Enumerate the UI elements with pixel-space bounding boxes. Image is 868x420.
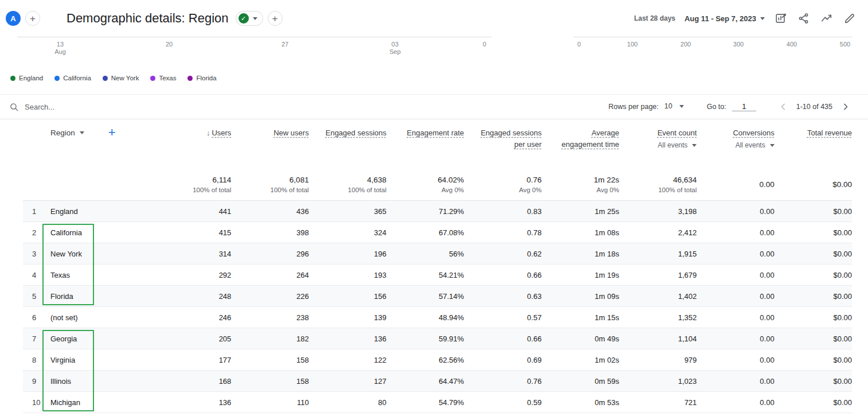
metric-cell: 0.00 bbox=[697, 271, 774, 279]
metric-cell: 110 bbox=[231, 398, 308, 407]
column-subheader-text: All events bbox=[736, 141, 765, 149]
avatar[interactable]: A bbox=[6, 11, 21, 26]
add-dimension-button[interactable]: + bbox=[108, 127, 116, 138]
add-button[interactable]: + bbox=[25, 11, 40, 26]
date-range-label: Last 28 days bbox=[634, 14, 675, 22]
metric-cell: 139 bbox=[309, 313, 386, 322]
data-table: Region + ↓UsersNew usersEngaged sessions… bbox=[23, 119, 852, 413]
metric-cell: 57.14% bbox=[386, 292, 464, 301]
previous-page-button[interactable] bbox=[776, 99, 791, 114]
metric-cell: 365 bbox=[309, 207, 386, 216]
region-cell: Michigan bbox=[50, 398, 154, 407]
column-header-new-users[interactable]: New users bbox=[231, 127, 308, 139]
axis-tick-sublabel: Sep bbox=[389, 48, 401, 56]
metric-cell: 62.56% bbox=[386, 356, 464, 364]
column-header-label: Total revenue bbox=[785, 127, 852, 139]
bar-chart-axis bbox=[573, 37, 853, 37]
legend-color-dot bbox=[10, 76, 15, 81]
axis-tick: 20 bbox=[166, 41, 173, 48]
column-header-total-revenue[interactable]: Total revenue bbox=[775, 127, 852, 139]
column-header-region[interactable]: Region + bbox=[50, 127, 154, 138]
check-icon: ✓ bbox=[238, 13, 249, 24]
column-header-text: Engaged sessions per user bbox=[480, 129, 541, 149]
column-subheader-dropdown[interactable]: All events bbox=[736, 141, 775, 149]
edit-icon[interactable] bbox=[843, 11, 857, 25]
legend-label: Florida bbox=[196, 75, 216, 81]
metric-cell: 0.66 bbox=[464, 271, 541, 279]
table-row: 8Virginia17715812262.56%0.691m 02s9790.0… bbox=[23, 349, 852, 371]
totals-value: $0.00 bbox=[775, 180, 852, 189]
totals-cell: 46,634100% of total bbox=[619, 176, 697, 193]
column-header-average-engagement-time[interactable]: Average engagement time bbox=[542, 127, 619, 150]
axis-tick-label: 200 bbox=[681, 41, 691, 48]
next-page-button[interactable] bbox=[838, 99, 853, 114]
region-cell: Texas bbox=[50, 271, 154, 279]
column-subheader-dropdown[interactable]: All events bbox=[658, 141, 697, 149]
line-chart-axis bbox=[17, 37, 491, 37]
pagination-status: 1-10 of 435 bbox=[796, 103, 832, 111]
metric-cell: 158 bbox=[231, 377, 308, 386]
legend-label: New York bbox=[111, 75, 139, 81]
metric-cell: 0.00 bbox=[697, 292, 774, 301]
metric-cell: 67.08% bbox=[386, 228, 464, 237]
axis-tick-label: 300 bbox=[733, 41, 744, 48]
axis-tick-label: 0 bbox=[577, 41, 581, 48]
rows-per-page-value: 10 bbox=[664, 102, 672, 110]
column-header-label: ↓Users bbox=[164, 127, 231, 139]
metric-cell: 1m 19s bbox=[542, 271, 619, 279]
goto-page-input[interactable] bbox=[732, 102, 756, 111]
axis-tick-label: 0 bbox=[483, 41, 486, 48]
totals-subtext: 100% of total bbox=[154, 186, 231, 193]
date-range-picker[interactable]: Aug 11 - Sep 7, 2023 bbox=[685, 14, 765, 23]
metric-cell: 0.57 bbox=[464, 313, 541, 322]
sort-desc-icon: ↓ bbox=[206, 127, 210, 139]
totals-cell: 4,638100% of total bbox=[309, 176, 386, 193]
legend-item: England bbox=[10, 75, 43, 81]
metric-cell: $0.00 bbox=[775, 207, 852, 216]
axis-tick: 13Aug bbox=[54, 41, 66, 56]
axis-tick: 03Sep bbox=[389, 41, 401, 56]
region-cell: Georgia bbox=[50, 335, 154, 343]
metric-cell: 248 bbox=[154, 292, 231, 301]
share-icon[interactable] bbox=[797, 11, 811, 25]
metric-cell: 1,402 bbox=[619, 292, 697, 301]
axis-tick-label: 03 bbox=[389, 41, 401, 48]
region-cell: England bbox=[50, 207, 154, 216]
metric-cell: 3,198 bbox=[619, 207, 697, 216]
metric-cell: $0.00 bbox=[775, 377, 852, 386]
totals-subtext: 100% of total bbox=[309, 186, 386, 193]
region-cell: (not set) bbox=[50, 313, 154, 322]
metric-cell: 264 bbox=[231, 271, 308, 279]
axis-tick: 200 bbox=[681, 41, 691, 48]
region-header-label: Region bbox=[50, 129, 75, 137]
row-number: 1 bbox=[23, 207, 50, 216]
table-row: 1England44143636571.29%0.831m 25s3,1980.… bbox=[23, 201, 852, 222]
column-header-engaged-sessions-per-user[interactable]: Engaged sessions per user bbox=[464, 127, 541, 150]
legend-item: Texas bbox=[150, 75, 176, 81]
customize-report-icon[interactable] bbox=[774, 11, 788, 25]
report-status-dropdown[interactable]: ✓ bbox=[236, 11, 263, 26]
metric-cell: 1,679 bbox=[619, 271, 697, 279]
search-input[interactable] bbox=[25, 103, 231, 111]
totals-cell: 0.76Avg 0% bbox=[464, 176, 541, 193]
column-header-engagement-rate[interactable]: Engagement rate bbox=[386, 127, 464, 139]
table-row: 4Texas29226419354.21%0.661m 19s1,6790.00… bbox=[23, 265, 852, 286]
column-header-conversions[interactable]: ConversionsAll events bbox=[697, 127, 774, 150]
totals-cell: 64.02%Avg 0% bbox=[386, 176, 464, 193]
metric-cell: 1m 09s bbox=[542, 292, 619, 301]
metric-cell: 721 bbox=[619, 398, 697, 407]
column-header-event-count[interactable]: Event countAll events bbox=[619, 127, 697, 150]
column-header-users[interactable]: ↓Users bbox=[154, 127, 231, 139]
metric-cell: 205 bbox=[154, 335, 231, 343]
metric-cell: 979 bbox=[619, 356, 697, 364]
search-box[interactable] bbox=[9, 102, 231, 112]
axis-tick-label: 27 bbox=[281, 41, 288, 48]
column-header-engaged-sessions[interactable]: Engaged sessions bbox=[309, 127, 386, 139]
totals-subtext: Avg 0% bbox=[542, 186, 619, 193]
rows-per-page-select[interactable]: 10 bbox=[664, 102, 684, 111]
insights-icon[interactable] bbox=[820, 11, 834, 25]
totals-subtext: 100% of total bbox=[231, 186, 308, 193]
metric-cell: 0.00 bbox=[697, 398, 774, 407]
add-comparison-button[interactable]: + bbox=[268, 11, 283, 26]
metric-cell: 54.21% bbox=[386, 271, 464, 279]
